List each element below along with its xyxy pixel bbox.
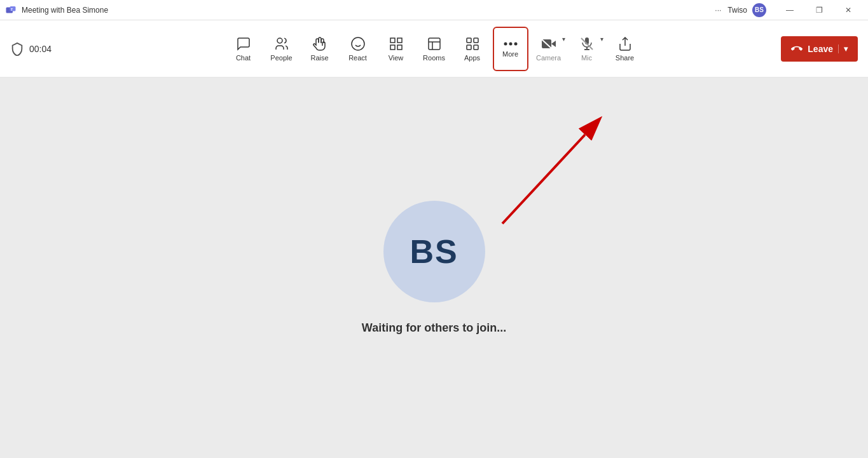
apps-icon: [465, 36, 480, 51]
window-controls: — ❐ ✕: [775, 0, 863, 20]
react-label: React: [348, 54, 367, 62]
view-label: View: [389, 54, 404, 62]
user-initials: BS: [755, 6, 764, 13]
raise-button[interactable]: Raise: [302, 27, 338, 71]
more-label: More: [502, 50, 518, 58]
svg-point-4: [352, 37, 364, 50]
more-button[interactable]: More: [493, 27, 528, 71]
window-title: Meeting with Bea Simone: [22, 6, 108, 15]
title-bar-left: T Meeting with Bea Simone: [5, 4, 108, 16]
chat-label: Chat: [236, 54, 251, 62]
svg-rect-12: [467, 38, 471, 43]
apps-button[interactable]: Apps: [455, 27, 490, 71]
share-label: Share: [616, 54, 634, 62]
svg-rect-9: [390, 45, 395, 50]
react-icon: [350, 36, 366, 51]
react-button[interactable]: React: [340, 27, 376, 71]
svg-rect-13: [474, 38, 478, 43]
meeting-toolbar: 00:04 Chat People R: [0, 20, 868, 77]
share-button[interactable]: Share: [607, 27, 643, 71]
camera-button[interactable]: Camera ▾: [531, 27, 567, 71]
svg-rect-14: [467, 45, 471, 50]
leave-button[interactable]: Leave ▾: [781, 36, 858, 62]
apps-label: Apps: [464, 54, 480, 62]
view-button[interactable]: View: [378, 27, 414, 71]
teams-logo-icon: T: [5, 4, 17, 16]
view-icon: [389, 36, 404, 51]
mic-icon: [579, 36, 595, 51]
mic-button[interactable]: Mic ▾: [569, 27, 605, 71]
call-timer: 00:04: [29, 44, 52, 54]
svg-point-18: [514, 42, 517, 45]
svg-rect-15: [474, 45, 478, 50]
rooms-label: Rooms: [423, 54, 445, 62]
minimize-button[interactable]: —: [775, 0, 804, 20]
rooms-icon: [427, 36, 442, 51]
user-name-label: Twiso: [727, 6, 747, 15]
main-content: BS Waiting for others to join...: [0, 77, 868, 458]
toolbar-left: 00:04: [10, 42, 52, 56]
phone-leave-icon: [791, 43, 803, 55]
raise-label: Raise: [310, 54, 328, 62]
svg-point-16: [504, 42, 507, 45]
maximize-button[interactable]: ❐: [804, 0, 834, 20]
svg-point-3: [277, 38, 282, 43]
svg-rect-10: [397, 45, 402, 50]
svg-rect-8: [397, 38, 402, 43]
svg-line-27: [502, 135, 585, 224]
people-label: People: [270, 54, 292, 62]
participant-avatar: BS: [383, 201, 485, 302]
chat-button[interactable]: Chat: [226, 27, 261, 71]
leave-label: Leave: [808, 44, 833, 54]
camera-icon: [541, 36, 556, 51]
share-icon: [617, 36, 633, 51]
participant-initials: BS: [410, 232, 458, 271]
people-button[interactable]: People: [264, 27, 300, 71]
toolbar-right: Leave ▾: [781, 36, 858, 62]
svg-rect-11: [429, 38, 440, 50]
more-icon: [503, 40, 518, 48]
title-bar: T Meeting with Bea Simone ··· Twiso BS —…: [0, 0, 868, 20]
leave-dropdown-arrow[interactable]: ▾: [838, 44, 848, 53]
raise-icon: [312, 36, 327, 51]
mic-dropdown-arrow: ▾: [600, 36, 603, 43]
camera-dropdown-arrow: ▾: [562, 36, 565, 43]
title-bar-ellipsis[interactable]: ···: [715, 6, 721, 15]
chat-icon: [236, 36, 251, 51]
waiting-text: Waiting for others to join...: [362, 321, 506, 335]
rooms-button[interactable]: Rooms: [417, 27, 452, 71]
close-button[interactable]: ✕: [834, 0, 863, 20]
toolbar-center: Chat People Raise: [226, 27, 643, 71]
people-icon: [274, 36, 289, 51]
user-avatar[interactable]: BS: [752, 3, 766, 17]
camera-label: Camera: [536, 54, 561, 62]
mic-label: Mic: [581, 54, 592, 62]
svg-rect-7: [390, 38, 395, 43]
title-bar-right: ··· Twiso BS — ❐ ✕: [715, 0, 863, 20]
security-icon: [10, 42, 24, 56]
svg-point-17: [509, 42, 512, 45]
